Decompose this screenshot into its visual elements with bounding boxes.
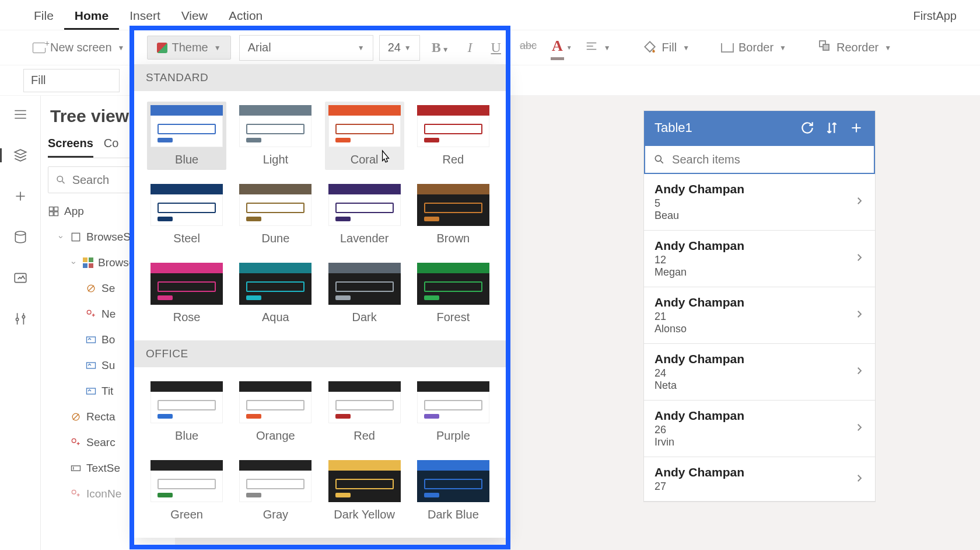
theme-swatch <box>328 263 401 305</box>
theme-label: Theme <box>172 41 208 54</box>
theme-option-blue[interactable]: Blue <box>147 378 226 446</box>
theme-option-lavender[interactable]: Lavender <box>325 180 404 249</box>
theme-option-dark[interactable]: Dark <box>325 259 404 328</box>
italic-button[interactable]: I <box>464 37 476 58</box>
fill-button[interactable]: Fill ▼ <box>633 34 699 61</box>
theme-option-aqua[interactable]: Aqua <box>236 259 315 328</box>
theme-option-red[interactable]: Red <box>325 378 404 446</box>
tree-node-label: Su <box>102 359 115 372</box>
ribbon-toolbar: New screen ▼ Theme ▼ Arial ▼ 24 ▼ B▼ I U… <box>0 30 980 65</box>
theme-name-label: Aqua <box>262 311 289 324</box>
theme-option-red[interactable]: Red <box>414 102 493 170</box>
theme-swatch <box>328 105 401 147</box>
theme-option-dark-yellow[interactable]: Dark Yellow <box>325 457 404 525</box>
property-selector[interactable]: Fill <box>23 69 120 92</box>
svg-point-18 <box>72 490 76 494</box>
item-name: Andy Champan <box>654 182 854 196</box>
svg-point-2 <box>15 231 25 235</box>
tab-screens[interactable]: Screens <box>48 137 93 158</box>
refresh-icon[interactable] <box>799 120 816 136</box>
font-family-select[interactable]: Arial ▼ <box>239 35 373 61</box>
item-line2: 24 <box>654 367 854 380</box>
theme-swatch-icon <box>157 43 167 53</box>
list-item[interactable]: Andy Champan 26 Irvin <box>644 401 875 457</box>
theme-option-light[interactable]: Light <box>236 102 315 170</box>
chevron-down-icon: › <box>57 233 66 241</box>
theme-option-purple[interactable]: Purple <box>414 378 493 446</box>
theme-name-label: Gray <box>263 508 288 521</box>
top-menu: File Home Insert View Action FirstApp <box>0 0 980 30</box>
strikethrough-button[interactable]: abc <box>516 37 540 58</box>
chevron-down-icon: ▼ <box>779 44 786 52</box>
theme-swatch <box>417 263 489 305</box>
theme-option-rose[interactable]: Rose <box>147 259 226 328</box>
insert-rail-icon[interactable] <box>12 188 29 204</box>
underline-button[interactable]: U <box>488 37 505 58</box>
theme-swatch <box>150 184 223 226</box>
theme-swatch <box>328 460 401 502</box>
svg-rect-9 <box>72 233 79 241</box>
theme-name-label: Dark Blue <box>428 508 479 521</box>
list-item[interactable]: Andy Champan 5 Beau <box>644 174 875 231</box>
tab-components[interactable]: Co <box>104 137 119 158</box>
bold-button[interactable]: B▼ <box>428 37 453 58</box>
media-rail-icon[interactable] <box>12 270 29 286</box>
list-item[interactable]: Andy Champan 27 <box>644 457 875 502</box>
theme-option-brown[interactable]: Brown <box>414 180 493 249</box>
align-button[interactable]: ▼ <box>576 35 620 60</box>
theme-button[interactable]: Theme ▼ <box>147 36 231 60</box>
theme-option-gray[interactable]: Gray <box>236 457 315 525</box>
data-rail-icon[interactable] <box>12 229 29 245</box>
list-item[interactable]: Andy Champan 24 Neta <box>644 344 875 401</box>
theme-option-dune[interactable]: Dune <box>236 180 315 249</box>
theme-option-forest[interactable]: Forest <box>414 259 493 328</box>
border-button[interactable]: Border ▼ <box>712 36 796 59</box>
menu-action[interactable]: Action <box>218 4 273 30</box>
tree-node-label: TextSe <box>86 462 120 475</box>
font-size-select[interactable]: 24 ▼ <box>379 35 420 61</box>
font-color-button[interactable]: A▼ <box>552 37 563 58</box>
theme-name-label: Lavender <box>340 232 388 245</box>
new-screen-button[interactable]: New screen ▼ <box>23 36 134 59</box>
theme-option-orange[interactable]: Orange <box>236 378 315 446</box>
tools-rail-icon[interactable] <box>12 311 29 327</box>
menu-home[interactable]: Home <box>64 4 119 30</box>
theme-option-coral[interactable]: Coral <box>325 102 404 170</box>
list-item[interactable]: Andy Champan 12 Megan <box>644 231 875 287</box>
theme-swatch <box>150 381 223 423</box>
theme-option-green[interactable]: Green <box>147 457 226 525</box>
theme-name-label: Green <box>170 508 203 521</box>
device-search-input[interactable] <box>672 153 866 166</box>
app-name-label: FirstApp <box>914 9 957 30</box>
list-item[interactable]: Andy Champan 21 Alonso <box>644 287 875 344</box>
theme-swatch <box>417 381 489 423</box>
left-rail <box>0 96 41 550</box>
add-icon[interactable] <box>848 120 864 136</box>
theme-option-steel[interactable]: Steel <box>147 180 226 249</box>
theme-name-label: Blue <box>175 153 198 166</box>
tree-view-icon[interactable] <box>12 147 29 163</box>
tree-node-label: Ne <box>102 308 116 321</box>
menu-view[interactable]: View <box>171 4 218 30</box>
tree-node-label: BrowseSc <box>86 231 136 243</box>
theme-dropdown-panel[interactable]: STANDARD Blue Light Coral Red <box>134 64 506 538</box>
gallery-icon <box>83 257 93 268</box>
svg-point-19 <box>655 155 661 161</box>
theme-option-dark-blue[interactable]: Dark Blue <box>414 457 493 525</box>
textinput-icon <box>70 462 82 474</box>
theme-name-label: Red <box>443 153 464 166</box>
device-title: Table1 <box>654 120 791 135</box>
sort-icon[interactable] <box>824 120 840 136</box>
reorder-button[interactable]: Reorder ▼ <box>808 34 901 61</box>
tree-node-label: Recta <box>86 410 116 423</box>
icon-control-icon <box>85 308 97 320</box>
device-search[interactable] <box>644 145 875 174</box>
theme-swatch <box>239 263 312 305</box>
theme-option-blue[interactable]: Blue <box>147 102 226 170</box>
chevron-right-icon <box>854 473 864 486</box>
search-icon <box>653 153 665 166</box>
hamburger-icon[interactable] <box>12 106 29 123</box>
item-line2: 26 <box>654 424 854 436</box>
menu-file[interactable]: File <box>23 4 64 30</box>
menu-insert[interactable]: Insert <box>119 4 171 30</box>
